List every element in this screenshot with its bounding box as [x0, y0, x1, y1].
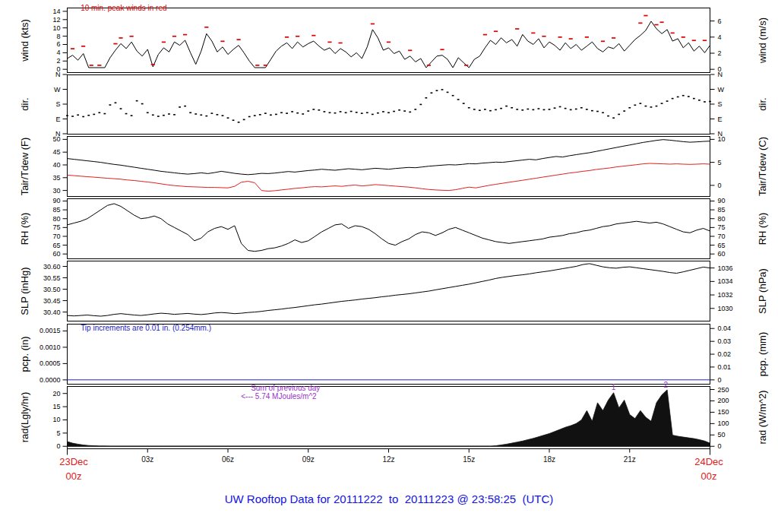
dir-dot	[361, 112, 363, 114]
ytick-label-left: 14	[52, 8, 60, 15]
annotation: 2	[664, 381, 669, 389]
dir-dot	[565, 108, 567, 109]
dir-dot	[157, 116, 160, 117]
dir-dot	[307, 110, 309, 112]
ytick-label-right: 65	[718, 242, 726, 249]
x-tick-label: 12z	[382, 455, 394, 464]
dir-dot	[115, 102, 117, 103]
dir-dot	[682, 95, 685, 97]
dir-dot	[296, 112, 299, 114]
ytick-label-left: 12	[52, 16, 60, 24]
ytick-label-left: 0	[56, 442, 60, 450]
dir-dot	[194, 113, 197, 115]
dir-dot	[495, 109, 497, 111]
dir-dot	[436, 90, 438, 91]
ytick-label-left: 10	[52, 416, 60, 423]
panel-direction: NESWNNESWN	[54, 71, 725, 138]
start-date-hour: 00z	[46, 469, 102, 483]
dir-dot	[527, 109, 529, 110]
ytick-label-left: 10	[52, 24, 60, 32]
ytick-label-right: 1036	[718, 264, 733, 272]
dir-dot	[484, 109, 486, 110]
annotation: 10 min. peak winds in red	[81, 4, 166, 12]
ytick-label-right: E	[718, 116, 723, 123]
dir-dot	[205, 116, 207, 117]
x-tick-label: 15z	[463, 455, 475, 464]
end-date-hour: 00z	[681, 469, 737, 483]
dir-dot	[318, 109, 320, 111]
dir-dot	[479, 109, 481, 111]
series-tdew-f	[68, 163, 710, 192]
series-rad-lgly-hr	[68, 390, 710, 446]
dir-dot	[521, 109, 523, 111]
ytick-label-left: 90	[52, 197, 60, 204]
dir-dot	[393, 111, 395, 112]
ytick-label-left: 30.50	[43, 286, 61, 293]
dir-dot	[688, 96, 690, 97]
ytick-label-left: 45	[52, 148, 60, 156]
dir-dot	[120, 108, 122, 109]
dir-dot	[66, 115, 68, 116]
ytick-label-left: 4	[56, 49, 60, 56]
ytick-label-left: 30.40	[43, 309, 61, 316]
x-axis: 03z06z09z12z15z18z21z	[68, 449, 710, 464]
dir-dot	[163, 115, 165, 116]
ytick-label-right: 4	[718, 33, 722, 41]
series-slp-inhg	[68, 264, 710, 316]
dir-dot	[377, 112, 379, 114]
dir-dot	[596, 111, 599, 112]
dir-dot	[591, 110, 593, 112]
dir-dot	[473, 109, 476, 110]
start-date-day: 23Dec	[46, 454, 102, 469]
dir-dot	[179, 106, 181, 108]
dir-dot	[291, 111, 293, 112]
dir-dot	[419, 104, 422, 106]
dir-dot	[173, 114, 176, 116]
panel-temperature: 30354045500510	[52, 135, 725, 196]
ytick-label-right: 85	[718, 206, 726, 214]
x-tick-label: 06z	[222, 455, 234, 464]
ytick-label-right: S	[718, 100, 723, 108]
dir-dot	[698, 100, 701, 101]
dir-dot	[103, 113, 106, 115]
ytick-label-right: 75	[718, 223, 726, 231]
page-title: UW Rooftop Data for 20111222 to 20111223…	[0, 492, 778, 505]
dir-dot	[677, 97, 679, 98]
ytick-label-left: 30	[52, 187, 60, 195]
dir-dot	[639, 103, 641, 104]
dir-dot	[238, 122, 240, 123]
ytick-label-left: 35	[52, 174, 60, 182]
dir-dot	[312, 109, 315, 110]
ytick-label-right: 1034	[718, 277, 733, 285]
ytick-label-left: 20	[52, 390, 60, 397]
ytick-label-right: 80	[718, 215, 726, 223]
dir-dot	[147, 112, 149, 113]
weather-station-plot-page: 02468101214024610 min. peak winds in red…	[0, 0, 778, 532]
ytick-label-left: 2	[56, 57, 60, 65]
ytick-label-right: 2	[718, 49, 722, 57]
dir-dot	[264, 112, 267, 114]
series-wind-average	[68, 21, 710, 68]
ytick-label-right: 0.01	[718, 363, 732, 371]
ytick-label-right: 0	[718, 376, 722, 384]
ytick-label-right: 50	[718, 431, 726, 439]
dir-dot	[382, 111, 384, 112]
panel-border-sea-level-pressure	[68, 261, 710, 321]
ytick-label-left: 0.0005	[40, 359, 61, 367]
dir-dot	[532, 109, 534, 111]
ytick-label-right: 5	[718, 159, 722, 166]
dir-dot	[77, 115, 79, 116]
ytick-label-left: 6	[56, 40, 60, 48]
dir-dot	[324, 111, 326, 112]
ytick-label-left: 0.0010	[40, 344, 61, 351]
annotation: Sum of previous day	[251, 384, 320, 392]
dir-dot	[645, 106, 647, 107]
ytick-label-left: 0.0000	[40, 376, 61, 384]
dir-dot	[275, 114, 277, 116]
panel-border-temperature	[68, 137, 710, 197]
panel-sea-level-pressure: 30.4030.4530.5030.5530.60103010321034103…	[43, 261, 733, 321]
dir-dot	[270, 115, 272, 116]
dir-dot	[612, 117, 615, 119]
dir-dot	[441, 89, 444, 90]
dir-dot	[340, 111, 342, 112]
